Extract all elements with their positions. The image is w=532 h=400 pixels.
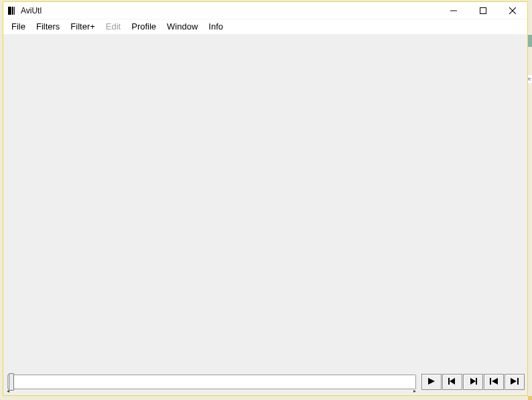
- app-title: AviUtl: [21, 6, 42, 15]
- slider-tick-end: ▸: [413, 389, 417, 393]
- timeline-slider[interactable]: ◂ ▸: [7, 375, 416, 389]
- titlebar[interactable]: AviUtl: [3, 2, 527, 19]
- svg-marker-8: [450, 378, 455, 385]
- menu-file[interactable]: File: [6, 20, 31, 33]
- play-icon: [426, 377, 437, 388]
- svg-marker-13: [492, 378, 498, 385]
- menu-filters[interactable]: Filters: [31, 20, 65, 33]
- window-controls: [439, 2, 527, 19]
- svg-rect-4: [480, 7, 486, 13]
- svg-rect-1: [12, 7, 13, 15]
- app-icon: [7, 6, 17, 15]
- background-decoration: [528, 396, 532, 400]
- svg-rect-2: [14, 7, 15, 15]
- app-window: AviUtl File Filters Filter+ Edit Profile…: [3, 1, 528, 396]
- svg-marker-7: [428, 378, 435, 385]
- go-end-button[interactable]: [505, 374, 525, 390]
- menu-info[interactable]: Info: [203, 20, 228, 33]
- svg-rect-0: [8, 7, 11, 15]
- preview-area: [3, 34, 527, 373]
- menubar: File Filters Filter+ Edit Profile Window…: [3, 19, 527, 34]
- go-end-icon: [509, 377, 520, 388]
- minimize-button[interactable]: [439, 2, 468, 19]
- playback-buttons: [421, 374, 525, 390]
- svg-rect-9: [448, 378, 450, 385]
- play-button[interactable]: [421, 374, 442, 390]
- svg-rect-11: [476, 378, 477, 385]
- step-back-button[interactable]: [442, 374, 462, 390]
- playback-bar: ◂ ▸: [3, 373, 527, 395]
- svg-rect-12: [490, 378, 491, 385]
- background-decoration: [528, 35, 532, 47]
- background-decoration: e: [528, 75, 532, 83]
- step-forward-icon: [468, 377, 478, 388]
- menu-edit: Edit: [101, 20, 126, 33]
- svg-marker-10: [470, 378, 476, 385]
- menu-profile[interactable]: Profile: [126, 20, 161, 33]
- slider-thumb[interactable]: [9, 373, 14, 391]
- svg-rect-15: [517, 378, 519, 385]
- maximize-button[interactable]: [468, 2, 498, 19]
- menu-filter-plus[interactable]: Filter+: [65, 20, 100, 33]
- svg-marker-14: [511, 378, 517, 385]
- step-forward-button[interactable]: [463, 374, 483, 390]
- slider-tick-start: ◂: [7, 389, 10, 393]
- menu-window[interactable]: Window: [161, 20, 203, 33]
- close-button[interactable]: [498, 2, 527, 19]
- go-start-icon: [488, 377, 499, 388]
- go-start-button[interactable]: [484, 374, 504, 390]
- step-back-icon: [447, 377, 458, 388]
